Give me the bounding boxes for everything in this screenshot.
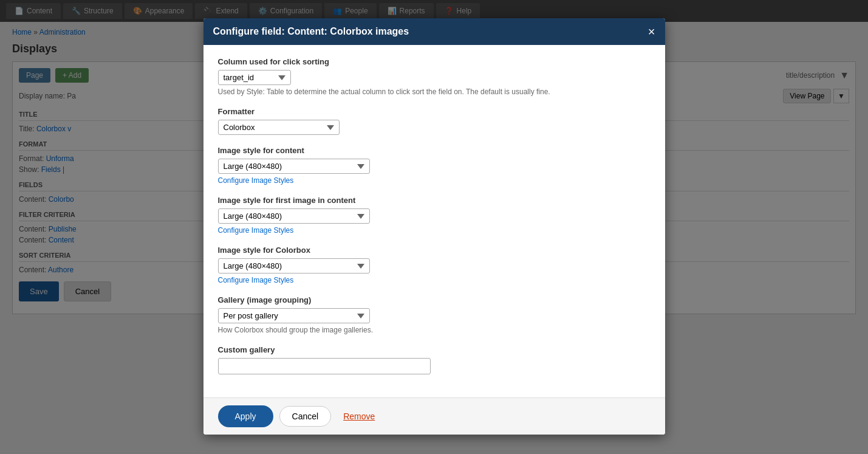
modal-header: Configure field: Content: Colorbox image… (203, 18, 665, 45)
image-style-colorbox-select[interactable]: Large (480×480) Medium (220×220) Thumbna… (218, 258, 370, 273)
custom-gallery-input[interactable] (218, 358, 431, 374)
page-background: 📄 Content 🔧 Structure 🎨 Appearance 🔌 Ext… (0, 0, 868, 454)
image-style-first-select[interactable]: Large (480×480) Medium (220×220) Thumbna… (218, 208, 370, 224)
gallery-select[interactable]: Per post gallery Per page gallery Per vi… (218, 308, 370, 323)
gallery-help: How Colorbox should group the image gall… (218, 326, 651, 334)
image-style-colorbox-group: Image style for Colorbox Large (480×480)… (218, 246, 651, 284)
column-sort-help: Used by Style: Table to determine the ac… (218, 88, 651, 96)
image-style-first-group: Image style for first image in content L… (218, 196, 651, 235)
image-style-first-label: Image style for first image in content (218, 196, 651, 205)
modal-footer: Apply Cancel Remove (203, 397, 665, 435)
custom-gallery-label: Custom gallery (218, 345, 651, 354)
modal-body: Column used for click sorting target_id … (203, 45, 665, 397)
configure-image-styles-first-link[interactable]: Configure Image Styles (218, 226, 651, 235)
apply-button[interactable]: Apply (218, 405, 273, 427)
image-style-content-label: Image style for content (218, 146, 651, 155)
gallery-label: Gallery (image grouping) (218, 295, 651, 304)
configure-field-modal: Configure field: Content: Colorbox image… (203, 18, 665, 435)
column-sort-select[interactable]: target_id field_id entity_id (218, 70, 291, 85)
column-sort-group: Column used for click sorting target_id … (218, 57, 651, 96)
formatter-group: Formatter Colorbox Image Thumbnail (218, 107, 651, 135)
modal-close-button[interactable]: × (648, 26, 655, 38)
image-style-content-group: Image style for content Large (480×480) … (218, 146, 651, 185)
custom-gallery-group: Custom gallery (218, 345, 651, 374)
remove-button[interactable]: Remove (343, 411, 375, 421)
image-style-colorbox-label: Image style for Colorbox (218, 246, 651, 255)
modal-overlay: Configure field: Content: Colorbox image… (0, 0, 868, 454)
gallery-group: Gallery (image grouping) Per post galler… (218, 295, 651, 334)
formatter-label: Formatter (218, 107, 651, 116)
image-style-content-select[interactable]: Large (480×480) Medium (220×220) Thumbna… (218, 159, 370, 174)
formatter-select[interactable]: Colorbox Image Thumbnail (218, 120, 340, 135)
configure-image-styles-colorbox-link[interactable]: Configure Image Styles (218, 276, 651, 284)
cancel-modal-button[interactable]: Cancel (279, 406, 332, 427)
configure-image-styles-content-link[interactable]: Configure Image Styles (218, 176, 651, 185)
column-sort-label: Column used for click sorting (218, 57, 651, 66)
modal-title: Configure field: Content: Colorbox image… (213, 26, 409, 37)
